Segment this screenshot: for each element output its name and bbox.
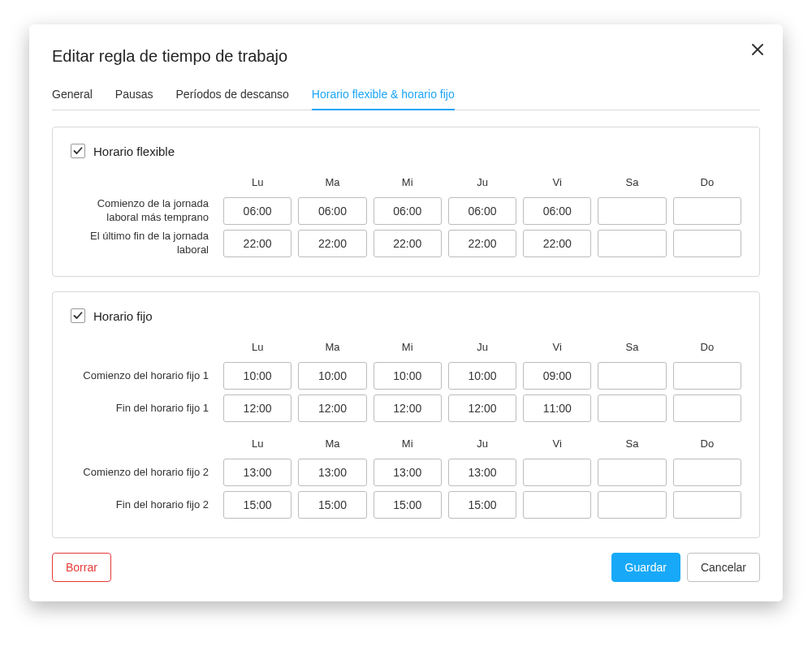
fixed-end1-ju[interactable] bbox=[448, 394, 516, 422]
fixed-start1-do[interactable] bbox=[673, 362, 741, 390]
flex-end-lu[interactable] bbox=[223, 230, 292, 257]
day-header-ma: Ma bbox=[298, 171, 366, 195]
flexible-panel-title: Horario flexible bbox=[93, 144, 175, 158]
fixed-end1-ma[interactable] bbox=[298, 394, 366, 422]
flexible-checkbox[interactable] bbox=[71, 144, 85, 158]
day-header-mi: Mi bbox=[374, 336, 442, 360]
fixed-start1-label: Comienzo del horario fijo 1 bbox=[71, 369, 217, 383]
fixed-end2-label: Fin del horario fijo 2 bbox=[71, 498, 217, 512]
day-header-sa: Sa bbox=[598, 171, 666, 195]
fixed-start2-ju[interactable] bbox=[448, 459, 516, 486]
checkmark-icon bbox=[73, 146, 83, 156]
fixed-end1-label: Fin del horario fijo 1 bbox=[71, 402, 217, 416]
flexible-panel: Horario flexible Lu Ma Mi Ju Vi Sa Do Co… bbox=[52, 127, 760, 277]
flex-end-do[interactable] bbox=[673, 230, 741, 257]
tab-rest-periods[interactable]: Períodos de descanso bbox=[176, 81, 289, 110]
fixed-end2-do[interactable] bbox=[673, 491, 741, 519]
day-header-lu: Lu bbox=[223, 336, 292, 360]
fixed-panel-title: Horario fijo bbox=[93, 309, 153, 323]
fixed-end2-mi[interactable] bbox=[374, 491, 442, 519]
fixed-start1-lu[interactable] bbox=[223, 362, 292, 390]
checkmark-icon bbox=[73, 311, 83, 321]
tabs: General Pausas Períodos de descanso Hora… bbox=[52, 80, 760, 110]
fixed-checkbox[interactable] bbox=[71, 308, 85, 323]
flex-start-ju[interactable] bbox=[448, 197, 516, 225]
fixed-start2-lu[interactable] bbox=[223, 459, 292, 486]
day-header-vi: Vi bbox=[523, 433, 591, 456]
tab-general[interactable]: General bbox=[52, 81, 93, 110]
day-header-ma: Ma bbox=[298, 336, 366, 360]
cancel-button[interactable]: Cancelar bbox=[687, 553, 760, 582]
day-header-mi: Mi bbox=[374, 433, 442, 456]
close-button[interactable] bbox=[749, 41, 767, 58]
modal-title: Editar regla de tiempo de trabajo bbox=[52, 47, 760, 66]
day-header-vi: Vi bbox=[523, 171, 591, 195]
fixed-end2-ma[interactable] bbox=[298, 491, 366, 519]
fixed-start1-vi[interactable] bbox=[523, 362, 591, 390]
fixed-start1-ma[interactable] bbox=[298, 362, 366, 390]
day-header-sa: Sa bbox=[598, 433, 666, 456]
fixed-start1-mi[interactable] bbox=[374, 362, 442, 390]
fixed-start1-ju[interactable] bbox=[448, 362, 516, 390]
flex-end-mi[interactable] bbox=[374, 230, 442, 257]
fixed-start1-sa[interactable] bbox=[598, 362, 666, 390]
edit-work-rule-modal: Editar regla de tiempo de trabajo Genera… bbox=[29, 24, 783, 601]
flex-start-do[interactable] bbox=[673, 197, 741, 225]
flex-start-ma[interactable] bbox=[298, 197, 366, 225]
fixed-start2-do[interactable] bbox=[673, 459, 741, 486]
day-header-do: Do bbox=[673, 171, 741, 195]
fixed-panel: Horario fijo Lu Ma Mi Ju Vi Sa Do Comien… bbox=[52, 291, 760, 538]
fixed-end2-vi[interactable] bbox=[523, 491, 591, 519]
flex-start-mi[interactable] bbox=[374, 197, 442, 225]
flex-end-sa[interactable] bbox=[598, 230, 666, 257]
day-header-ju: Ju bbox=[448, 433, 516, 456]
day-header-sa: Sa bbox=[598, 336, 666, 360]
flex-end-vi[interactable] bbox=[523, 230, 591, 257]
fixed-end1-do[interactable] bbox=[673, 394, 741, 422]
day-header-vi: Vi bbox=[523, 336, 591, 360]
day-header-lu: Lu bbox=[223, 433, 292, 456]
day-header-do: Do bbox=[673, 336, 741, 360]
flex-end-label: El último fin de la jornada laboral bbox=[71, 230, 217, 257]
day-header-ma: Ma bbox=[298, 433, 366, 456]
fixed-end1-mi[interactable] bbox=[374, 394, 442, 422]
close-icon bbox=[751, 43, 764, 56]
fixed-end1-sa[interactable] bbox=[598, 394, 666, 422]
fixed-start2-vi[interactable] bbox=[523, 459, 591, 486]
day-header-ju: Ju bbox=[448, 336, 516, 360]
day-header-mi: Mi bbox=[374, 171, 442, 195]
tab-pauses[interactable]: Pausas bbox=[115, 81, 153, 110]
fixed-end1-vi[interactable] bbox=[523, 394, 591, 422]
flex-start-label: Comienzo de la jornada laboral más tempr… bbox=[71, 197, 217, 225]
fixed-end2-sa[interactable] bbox=[598, 491, 666, 519]
flex-start-sa[interactable] bbox=[598, 197, 666, 225]
save-button[interactable]: Guardar bbox=[611, 553, 680, 582]
modal-footer: Borrar Guardar Cancelar bbox=[52, 553, 760, 582]
delete-button[interactable]: Borrar bbox=[52, 553, 111, 582]
flex-end-ju[interactable] bbox=[448, 230, 516, 257]
day-header-lu: Lu bbox=[223, 171, 292, 195]
fixed-start2-mi[interactable] bbox=[374, 459, 442, 486]
flex-start-lu[interactable] bbox=[223, 197, 292, 225]
flex-start-vi[interactable] bbox=[523, 197, 591, 225]
fixed-start2-ma[interactable] bbox=[298, 459, 366, 486]
fixed-end2-lu[interactable] bbox=[223, 491, 292, 519]
day-header-do: Do bbox=[673, 433, 741, 456]
fixed-start2-label: Comienzo del horario fijo 2 bbox=[71, 466, 217, 480]
day-header-ju: Ju bbox=[448, 171, 516, 195]
fixed-start2-sa[interactable] bbox=[598, 459, 666, 486]
fixed-end2-ju[interactable] bbox=[448, 491, 516, 519]
tab-flex-fixed[interactable]: Horario flexible & horario fijo bbox=[312, 81, 455, 110]
fixed-end1-lu[interactable] bbox=[223, 394, 292, 422]
flex-end-ma[interactable] bbox=[298, 230, 366, 257]
